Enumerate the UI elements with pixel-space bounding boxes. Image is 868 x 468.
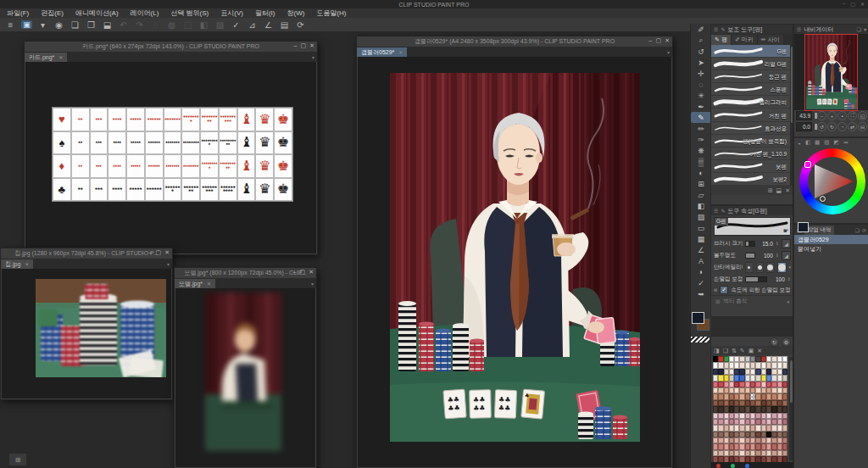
color-wheel[interactable] — [794, 147, 868, 221]
color-slider-tab-icon[interactable]: ◧ — [805, 139, 810, 146]
color-swatch[interactable] — [782, 406, 787, 412]
eraser-tool[interactable]: ▱ — [691, 189, 711, 200]
zoom-100-button[interactable]: ▪ — [837, 111, 847, 120]
approx-color-tab-icon[interactable]: ◩ — [833, 139, 838, 146]
main-menu-icon[interactable]: ≡ — [5, 20, 16, 30]
chevron-down-icon[interactable]: ▾ — [312, 54, 314, 60]
palette-settings-icon[interactable]: ⚙ — [782, 337, 791, 347]
app-close-button[interactable]: ✕ — [860, 1, 865, 7]
invert-selection-icon[interactable]: ◍ — [166, 20, 177, 30]
color-swatch[interactable] — [782, 450, 787, 456]
tab-main[interactable]: 갬블러0529*✕ — [357, 47, 407, 57]
window-chips[interactable]: 칩.jpg (1280 x 960px 72dpi 45.8%) - CLIP … — [0, 248, 173, 400]
expand-icon[interactable]: ⊞ — [714, 287, 717, 292]
color-set-tab-icon[interactable]: ▦ — [815, 139, 820, 146]
minimize-icon[interactable]: – — [293, 269, 297, 276]
history-item[interactable]: 붙여넣기 — [794, 244, 868, 254]
replace-swatch-icon[interactable]: ▣ — [748, 348, 754, 354]
figure-tool[interactable]: ▭ — [691, 222, 711, 233]
gradient-tool[interactable]: ▨ — [691, 211, 711, 222]
brush-item[interactable]: 거친 펜 — [711, 109, 793, 121]
airbrush-tool[interactable]: ▒ — [691, 156, 711, 167]
menu-item[interactable]: 애니메이션(A) — [75, 8, 119, 18]
chevron-down-icon[interactable]: ▾ — [789, 265, 792, 270]
menu-item[interactable]: 레이어(L) — [131, 8, 159, 18]
canvas-main[interactable] — [358, 57, 671, 467]
mix-color-dot[interactable] — [745, 464, 749, 468]
panel-menu-icon[interactable]: ☰ — [714, 208, 718, 214]
color-swatch[interactable] — [782, 413, 787, 419]
brush-item[interactable]: 리얼 G펜 — [711, 58, 793, 70]
marker-tool[interactable]: ✑ — [691, 134, 711, 145]
brush-item[interactable]: 스푼펜 — [711, 83, 793, 96]
color-swatch[interactable] — [782, 432, 787, 437]
edit-swatch-icon[interactable]: ✎ — [740, 348, 745, 354]
fill-tool[interactable]: ◧ — [691, 200, 711, 211]
antialias-none-button[interactable] — [745, 262, 754, 273]
close-icon[interactable]: ✕ — [309, 42, 314, 49]
menu-item[interactable]: 파일(F) — [7, 8, 29, 18]
deselect-icon[interactable]: ◌ — [150, 20, 161, 30]
stepper-icon[interactable]: ⇕ — [776, 253, 779, 258]
tab-history[interactable]: 작업 내역 — [804, 226, 835, 235]
hue-marker[interactable] — [804, 161, 811, 168]
subtool-tab-사이[interactable]: ✏사이 — [758, 35, 784, 45]
new-swatch-icon[interactable]: ❏ — [723, 348, 728, 354]
open-file-icon[interactable]: ❐ — [86, 20, 97, 30]
antialias-strong-button[interactable] — [777, 262, 787, 273]
tab-close-icon[interactable]: ✕ — [398, 49, 403, 55]
operation-tool[interactable]: ➤ — [691, 57, 711, 68]
stepper-icon[interactable]: ⇕ — [776, 241, 779, 246]
history-item[interactable]: 갬블러0529 — [794, 235, 868, 244]
color-swatch[interactable] — [782, 400, 787, 406]
tab-close-icon[interactable]: ✕ — [25, 261, 29, 267]
maximize-icon[interactable]: ▢ — [156, 249, 162, 256]
tool-dropdown-icon[interactable]: ▾ — [37, 20, 48, 30]
foreground-color-swatch[interactable] — [798, 222, 809, 232]
color-swatch[interactable] — [782, 443, 787, 449]
new-file-icon[interactable]: ❏ — [70, 20, 81, 30]
menu-item[interactable]: 편집(E) — [41, 8, 64, 18]
color-swatch[interactable] — [750, 393, 755, 399]
menu-item[interactable]: 필터(I) — [255, 8, 275, 18]
fit-window-button[interactable]: ◱ — [858, 111, 867, 120]
opacity-slider[interactable] — [745, 253, 755, 259]
color-swatch[interactable] — [782, 382, 787, 387]
app-minimize-button[interactable]: – — [843, 1, 845, 7]
brush-item[interactable]: 효과선용 — [711, 122, 793, 135]
brush-item[interactable]: G펜 — [711, 45, 793, 58]
zoom-tool[interactable]: ⌕ — [691, 35, 711, 46]
balloon-tool[interactable]: ◗ — [691, 266, 711, 277]
brush-item[interactable]: 붓펜2 — [711, 173, 793, 186]
menu-item[interactable]: 선택 범위(S) — [170, 8, 209, 18]
ruler-tool[interactable]: ∠ — [691, 244, 711, 255]
rotate-view-tool[interactable]: ↺ — [691, 46, 711, 57]
chevron-down-icon[interactable]: ▾ — [667, 49, 670, 55]
antialias-middle-button[interactable] — [766, 262, 775, 273]
sort-swatches-icon[interactable]: ⇅ — [732, 348, 737, 354]
color-swatch[interactable] — [782, 375, 787, 381]
intermediate-color-tab-icon[interactable]: ▧ — [824, 139, 829, 146]
navigator-thumbnail[interactable] — [794, 34, 868, 110]
canvas-cards[interactable]: ♥♥♥♥♥♥♥♥♥♥♥♥♥♥♥♥♥♥♥♥♥♥♥♥♥♥♥♥♥♥♥♥♥♥♥♥♥♥♥♥… — [25, 62, 316, 254]
pen-tool[interactable]: ✎ — [691, 112, 711, 123]
minimize-icon[interactable]: – — [149, 249, 153, 256]
brush-item[interactable]: 거친 펜_1.10.9 — [711, 148, 793, 160]
vector-snap-row[interactable]: ⊞ 벡터 흡착 ◂ — [711, 295, 793, 307]
canvas-model[interactable] — [175, 288, 315, 467]
maximize-icon[interactable]: ▢ — [300, 269, 306, 276]
color-swatch[interactable] — [782, 437, 787, 443]
window-cards[interactable]: 카드.png* (640 x 274px 72dpi 143.0%) - CLI… — [24, 41, 318, 255]
frame-border-tool[interactable]: ⊞ — [691, 178, 711, 189]
history-settings-icon[interactable]: ❏ — [855, 227, 860, 233]
brush-item[interactable]: 둥근 펜 — [711, 70, 793, 83]
history-refresh-icon[interactable]: ⟳ — [862, 227, 866, 233]
stepper-icon[interactable]: ⇕ — [787, 276, 791, 281]
window-model[interactable]: 모델.jpg* (800 x 1200px 72dpi 45.0%) - CLI… — [174, 267, 317, 468]
zoom-slider[interactable] — [814, 113, 815, 119]
flow-tool[interactable]: ➥ — [691, 288, 711, 299]
auto-select-tool[interactable]: ✳ — [691, 90, 711, 101]
palette-select-icon[interactable]: ◨ — [714, 348, 720, 354]
selection-border-icon[interactable]: ⬚ — [182, 20, 193, 30]
panel-menu-icon[interactable]: ☰ — [797, 26, 801, 32]
